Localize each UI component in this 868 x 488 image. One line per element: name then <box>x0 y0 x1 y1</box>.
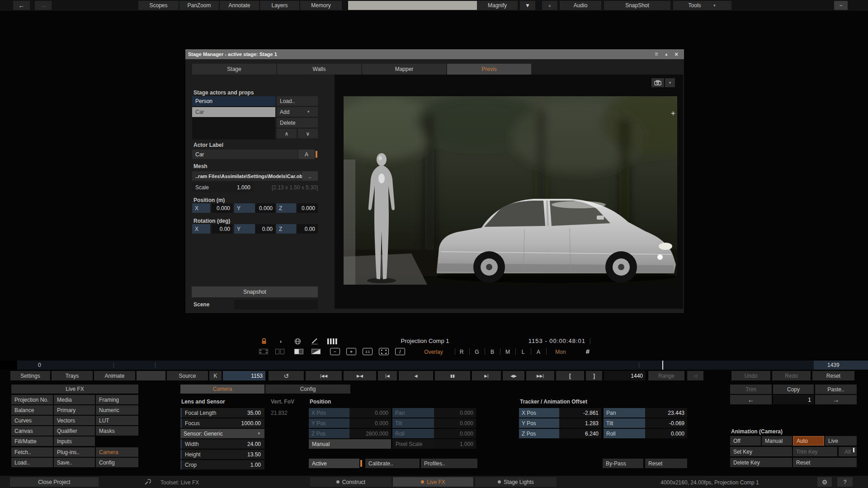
counter-field[interactable]: 1 <box>773 395 814 404</box>
viewport-camera-button[interactable] <box>651 78 664 87</box>
back-button[interactable]: ← <box>13 1 30 10</box>
profiles-button[interactable]: Profiles.. <box>421 459 477 468</box>
channel-g[interactable]: G <box>473 349 481 355</box>
mon-button[interactable]: Mon <box>552 349 570 355</box>
list-item-person[interactable]: Person <box>192 96 275 106</box>
channel-r[interactable]: R <box>458 349 466 355</box>
close-icon[interactable]: × <box>672 49 680 59</box>
menu-qualifier[interactable]: Qualifier <box>54 426 95 436</box>
go-out-button[interactable]: ◀▶ <box>503 371 524 380</box>
panzoom-button[interactable]: PanZoom <box>179 1 219 10</box>
step-back-button[interactable]: |◀ <box>378 371 397 380</box>
minimize-button[interactable]: − <box>834 1 848 10</box>
step-forward-button[interactable]: ▶| <box>472 371 501 380</box>
actor-label-input[interactable]: Car <box>192 150 298 159</box>
trk-zpos-value[interactable]: 6.240 <box>559 429 601 438</box>
filmstrip-a-icon[interactable] <box>258 348 269 355</box>
filmstrip-bars-icon[interactable] <box>326 337 338 345</box>
menu-icon[interactable]: = <box>652 49 660 59</box>
menu-curves[interactable]: Curves <box>11 416 53 425</box>
trays-button[interactable]: Trays <box>52 371 93 380</box>
trim-button[interactable]: Trim <box>730 385 772 394</box>
load-button[interactable]: Load.. <box>277 96 318 106</box>
tracker-reset-button[interactable]: Reset <box>645 459 687 468</box>
go-start-button[interactable]: |◀◀ <box>306 371 342 380</box>
dialog-titlebar[interactable]: Stage Manager - active stage: Stage 1 = … <box>185 49 684 59</box>
active-button[interactable]: Active <box>309 459 359 468</box>
diagonal-line-button[interactable]: / <box>395 348 405 355</box>
cam-pan-value[interactable]: 0.000 <box>434 408 476 418</box>
grid-overlay-icon[interactable]: # <box>583 347 592 355</box>
settings-gear-button[interactable]: ⚙ <box>817 477 832 487</box>
layers-button[interactable]: Layers <box>260 1 299 10</box>
cam-ypos-value[interactable]: 0.000 <box>349 418 391 428</box>
manual-button[interactable]: Manual <box>309 439 391 449</box>
forward-button[interactable]: → <box>35 1 52 10</box>
menu-canvas[interactable]: Canvas <box>11 426 53 436</box>
halftone-circle-icon[interactable]: ◑ <box>275 337 286 345</box>
menu-lut[interactable]: LUT <box>96 416 138 425</box>
add-button[interactable]: Add ▼ <box>277 107 318 117</box>
sensor-dropdown[interactable]: Sensor: Generic ▼ <box>180 429 264 438</box>
range-button[interactable]: Range <box>648 371 684 380</box>
scopes-button[interactable]: Scopes <box>138 1 179 10</box>
collapse-icon[interactable]: ▲ <box>662 49 670 59</box>
focus-row[interactable]: Focus 1000.00 <box>180 418 264 428</box>
menu-masks[interactable]: Masks <box>96 426 138 436</box>
scene-input[interactable] <box>234 300 318 310</box>
focal-length-row[interactable]: Focal Length 35.00 <box>180 408 264 418</box>
trk-xpos-value[interactable]: -2.861 <box>559 408 601 418</box>
cam-zpos-value[interactable]: 2800.000 <box>349 429 391 438</box>
tools-button[interactable]: Tools ▼ <box>673 1 731 10</box>
tab-mapper[interactable]: Mapper <box>362 64 446 75</box>
trk-roll-value[interactable]: 0.000 <box>645 429 687 438</box>
menu-framing[interactable]: Framing <box>96 395 138 404</box>
channel-m[interactable]: M <box>504 349 512 355</box>
construct-button[interactable]: Construct <box>310 477 392 487</box>
menu-vectors[interactable]: Vectors <box>54 416 95 425</box>
move-down-button[interactable]: ∨ <box>298 129 318 138</box>
menu-inputs[interactable]: Inputs <box>54 436 95 446</box>
rot-y-value[interactable]: 0.00 <box>255 224 275 234</box>
copy-button[interactable]: Copy <box>773 385 814 394</box>
pos-x-value[interactable]: 0.000 <box>212 203 233 213</box>
audio-button[interactable]: Audio <box>560 1 601 10</box>
memory-button[interactable]: Memory <box>300 1 342 10</box>
undo-button[interactable]: Undo <box>731 371 770 380</box>
timeline-strip[interactable]: 0 1439 <box>0 361 868 370</box>
out-bracket-button[interactable]: ] <box>586 371 602 380</box>
viewport-camera-dropdown[interactable]: ▼ <box>665 78 675 87</box>
menu-camera[interactable]: Camera <box>96 447 138 457</box>
tab-config[interactable]: Config <box>265 385 350 394</box>
current-frame-field[interactable]: 1153 <box>223 371 265 380</box>
animate-button[interactable]: Animate <box>94 371 135 380</box>
filmstrip-b-icon[interactable] <box>274 348 286 355</box>
cam-roll-value[interactable]: 0.000 <box>434 429 476 438</box>
move-up-button[interactable]: ∧ <box>277 129 297 138</box>
mute-button[interactable]: ◁ <box>687 371 703 380</box>
tab-previs[interactable]: Previs <box>447 64 531 75</box>
width-row[interactable]: Width 24.00 <box>180 439 264 449</box>
magnify-button[interactable]: Magnify <box>477 1 518 10</box>
next-button[interactable]: → <box>815 395 857 404</box>
crop-row[interactable]: Crop 1.00 <box>180 460 264 469</box>
channel-b[interactable]: B <box>488 349 496 355</box>
zoom-out-button[interactable]: − <box>330 348 340 355</box>
calibrate-button[interactable]: Calibrate.. <box>365 459 420 468</box>
help-button[interactable]: ? <box>837 477 853 487</box>
tab-walls[interactable]: Walls <box>277 64 361 75</box>
menu-fill-matte[interactable]: Fill/Matte <box>11 436 53 446</box>
previs-viewport[interactable]: ▼ <box>335 75 683 309</box>
cam-tilt-value[interactable]: 0.000 <box>434 418 476 428</box>
rot-x-value[interactable]: 0.00 <box>212 224 233 234</box>
snapshot-button[interactable]: SnapShot <box>604 1 670 10</box>
menu-plugins[interactable]: Plug-ins.. <box>54 447 95 457</box>
scale-row[interactable]: Scale 1.000 <box>192 183 254 192</box>
cam-xpos-value[interactable]: 0.000 <box>349 408 391 418</box>
annotate-button[interactable]: Annotate <box>220 1 259 10</box>
browse-button[interactable]: .. <box>302 171 318 181</box>
lock-button[interactable] <box>259 337 269 345</box>
settings-button[interactable]: Settings <box>10 371 50 380</box>
network-button[interactable] <box>292 337 303 345</box>
fit-screen-button[interactable] <box>379 348 389 355</box>
